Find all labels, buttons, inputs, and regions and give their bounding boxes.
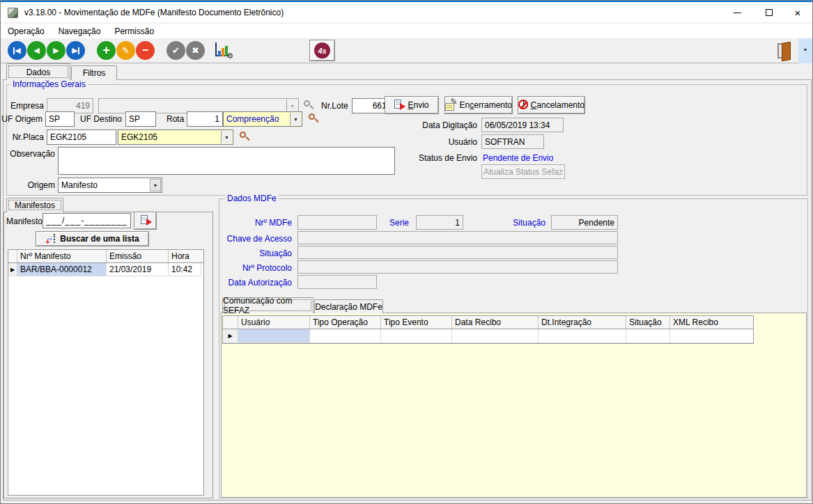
col-dt-integracao: Dt.Integração: [539, 316, 626, 329]
origem-combo-arrow[interactable]: ▼: [150, 179, 161, 191]
rota-search-icon[interactable]: [308, 113, 319, 124]
nr-mdfe-label: Nrº MDFe: [210, 218, 292, 228]
nr-placa-label: Nr.Placa: [5, 132, 44, 142]
menu-bar: Operação Navegação Permissão: [1, 24, 812, 38]
nr-placa-input[interactable]: [47, 129, 116, 145]
sefaz-empty-row[interactable]: ▶: [223, 329, 753, 343]
empresa-combo-arrow[interactable]: ▼: [286, 100, 297, 112]
tab-dados[interactable]: Dados: [6, 63, 70, 80]
menu-navegacao[interactable]: Navegação: [52, 25, 108, 38]
encerramento-button[interactable]: ✎ Encerramento: [444, 96, 513, 114]
data-autorizacao-field: [297, 275, 377, 289]
check-icon: ✔: [172, 46, 180, 55]
notepad-pencil-icon: ✎: [445, 100, 456, 111]
edit-record-button[interactable]: ✎: [116, 41, 135, 60]
uf-destino-input[interactable]: [125, 111, 156, 127]
nrlote-label: Nr.Lote: [321, 101, 348, 111]
menu-operacao[interactable]: Operação: [1, 25, 52, 38]
cell-emissao[interactable]: 21/03/2019: [107, 263, 169, 276]
observacao-label: Observação: [5, 149, 55, 159]
cancelamento-button[interactable]: ! Cancelamento: [518, 96, 585, 114]
manifestos-grid-header: Nrº Manifesto Emissão Hora: [8, 250, 203, 263]
indicator-header: [8, 250, 17, 262]
tab-declaracao-mdfe[interactable]: Declaração MDFe: [314, 299, 383, 313]
buscar-lista-button[interactable]: →+ Buscar de uma lista: [36, 231, 149, 246]
cancel-button[interactable]: ✖: [186, 41, 205, 60]
send-doc-icon: [394, 100, 404, 111]
next-icon: ▶: [53, 47, 59, 54]
minus-icon: −: [142, 45, 148, 56]
dropdown-icon: ▼: [224, 135, 229, 140]
uf-origem-input[interactable]: [45, 111, 75, 127]
rota-input[interactable]: [187, 111, 223, 127]
informacoes-gerais-caption: Informações Gerais: [10, 79, 88, 89]
situacao2-label: Situação: [210, 249, 292, 258]
rota-combo-arrow[interactable]: ▼: [290, 113, 301, 125]
envio-button[interactable]: Envio: [385, 96, 439, 114]
nr-placa-combo-arrow[interactable]: ▼: [221, 131, 232, 143]
app-icon: [8, 8, 18, 18]
toolbar-overflow-button[interactable]: ▾: [798, 38, 812, 63]
cell-usuario[interactable]: [238, 329, 310, 343]
gear-icon: ⚙: [226, 52, 233, 61]
origem-combo[interactable]: Manifesto ▼: [58, 178, 162, 193]
send-doc-icon: [141, 215, 150, 226]
observacao-textarea[interactable]: [58, 147, 395, 175]
menu-permissao[interactable]: Permissão: [107, 25, 161, 38]
tab-manifestos[interactable]: Manifestos: [6, 198, 63, 212]
col-emissao: Emissão: [107, 250, 169, 262]
last-record-button[interactable]: ▶: [66, 41, 85, 60]
situacao-field: Pendente: [551, 215, 618, 230]
manifesto-label: Manifesto: [6, 216, 42, 226]
tab-comunicacao-sefaz[interactable]: Comunicação com SEFAZ: [222, 297, 313, 313]
rota-combo[interactable]: Compreenção ▼: [223, 111, 302, 127]
next-record-button[interactable]: ▶: [47, 41, 65, 60]
empresa-search-icon[interactable]: [303, 100, 314, 111]
add-record-button[interactable]: +: [97, 41, 116, 60]
tab-filtros[interactable]: Filtros: [71, 65, 117, 80]
col-data-recibo: Data Recibo: [452, 316, 539, 329]
serie-field: 1: [416, 215, 463, 230]
col-usuario: Usuário: [238, 316, 310, 329]
data-digitacao-field: 06/05/2019 13:34: [481, 118, 564, 132]
cell-hora[interactable]: 10:42: [169, 263, 201, 276]
col-xml-recibo: XML Recibo: [670, 316, 753, 329]
minimize-button[interactable]: [721, 2, 753, 23]
softran-logo-icon: 4s: [314, 42, 330, 58]
origem-label: Origem: [5, 180, 55, 190]
empresa-label: Empresa: [5, 101, 44, 111]
rota-label: Rota: [167, 114, 184, 124]
situacao-label: Situação: [481, 218, 545, 228]
status-envio-label: Status de Envio: [412, 153, 477, 163]
pencil-icon: ✎: [122, 46, 130, 55]
manifesto-row[interactable]: ▶ BAR/BBA-0000012 21/03/2019 10:42: [8, 263, 203, 276]
cell-nr-manifesto[interactable]: BAR/BBA-0000012: [17, 263, 107, 276]
window-title: v3.18.00 - Movimentação de MDFe (Manifes…: [24, 8, 284, 17]
manifestos-grid: Nrº Manifesto Emissão Hora ▶ BAR/BBA-000…: [8, 249, 204, 496]
carregar-manifesto-button[interactable]: [134, 212, 157, 230]
close-button[interactable]: ×: [782, 2, 813, 23]
atualiza-status-sefaz-button[interactable]: Atualiza Status Sefaz: [481, 164, 565, 179]
col-tipo-evento: Tipo Evento: [381, 316, 452, 329]
plus-icon: +: [102, 44, 110, 56]
exit-button[interactable]: [767, 39, 798, 62]
title-bar: v3.18.00 - Movimentação de MDFe (Manifes…: [1, 1, 812, 22]
prev-icon: ◀: [33, 47, 39, 54]
dados-mdfe-caption: Dados MDFe: [225, 194, 279, 203]
delete-record-button[interactable]: −: [136, 41, 155, 60]
chave-acesso-label: Chave de Acesso: [210, 234, 292, 244]
data-digitacao-label: Data Digitação: [419, 120, 477, 130]
previous-record-button[interactable]: ◀: [27, 41, 46, 60]
report-chart-button[interactable]: ⚙: [214, 42, 233, 59]
manifesto-mask-input[interactable]: [42, 213, 131, 228]
confirm-button[interactable]: ✔: [167, 41, 185, 60]
maximize-button[interactable]: [753, 2, 785, 23]
placa-search-icon[interactable]: [239, 131, 250, 142]
last-icon: ▶: [72, 47, 77, 54]
first-icon: ◀: [15, 47, 20, 54]
first-record-button[interactable]: ◀: [8, 41, 26, 60]
col-tipo-operacao: Tipo Operação: [310, 316, 381, 329]
softran-logo-button[interactable]: 4s: [309, 40, 335, 61]
buscar-lista-icon: →+: [45, 233, 56, 244]
nr-placa-combo[interactable]: EGK2105 ▼: [118, 129, 233, 145]
